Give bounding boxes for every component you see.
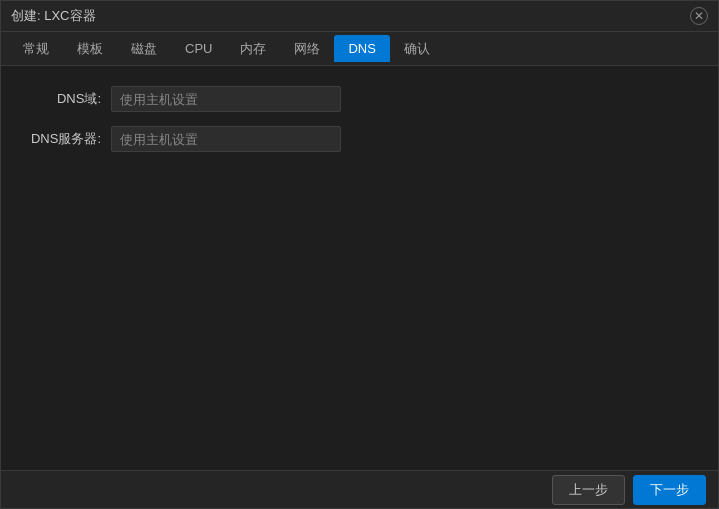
dns-server-input[interactable] — [111, 126, 341, 152]
dns-server-row: DNS服务器: — [21, 126, 698, 152]
tab-bar: 常规 模板 磁盘 CPU 内存 网络 DNS 确认 — [1, 32, 718, 66]
tab-disk[interactable]: 磁盘 — [117, 34, 171, 64]
tab-confirm[interactable]: 确认 — [390, 34, 444, 64]
close-button[interactable]: ✕ — [690, 7, 708, 25]
content-area: DNS域: DNS服务器: — [1, 66, 718, 470]
tab-general[interactable]: 常规 — [9, 34, 63, 64]
tab-dns[interactable]: DNS — [334, 35, 389, 62]
back-button[interactable]: 上一步 — [552, 475, 625, 505]
bottom-bar: 上一步 下一步 — [1, 470, 718, 508]
dns-domain-row: DNS域: — [21, 86, 698, 112]
next-button[interactable]: 下一步 — [633, 475, 706, 505]
dns-server-label: DNS服务器: — [21, 130, 111, 148]
tab-template[interactable]: 模板 — [63, 34, 117, 64]
title-bar: 创建: LXC容器 ✕ — [1, 1, 718, 32]
dns-domain-label: DNS域: — [21, 90, 111, 108]
tab-network[interactable]: 网络 — [280, 34, 334, 64]
window: 创建: LXC容器 ✕ 常规 模板 磁盘 CPU 内存 网络 DNS 确认 DN… — [0, 0, 719, 509]
window-title: 创建: LXC容器 — [11, 7, 96, 25]
dns-domain-input[interactable] — [111, 86, 341, 112]
tab-memory[interactable]: 内存 — [226, 34, 280, 64]
tab-cpu[interactable]: CPU — [171, 35, 226, 62]
